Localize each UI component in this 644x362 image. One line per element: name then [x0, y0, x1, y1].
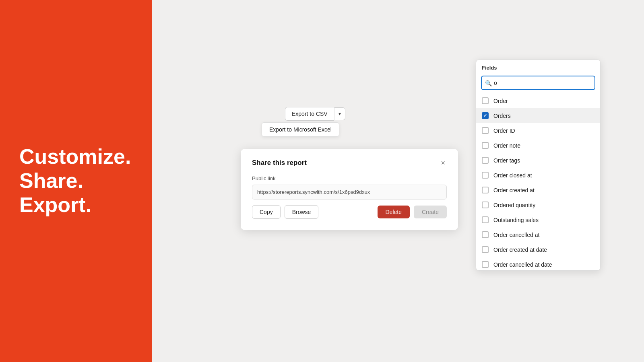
field-checkbox-order: [482, 97, 489, 104]
share-modal-header: Share this report ×: [252, 158, 447, 167]
modal-actions-right: Delete Create: [378, 206, 447, 218]
field-item-order-created-at-date[interactable]: Order created at date: [476, 242, 600, 257]
create-button[interactable]: Create: [414, 206, 447, 218]
export-csv-group: Export to CSV ▾: [285, 107, 345, 121]
share-modal: Share this report × Public link Copy Bro…: [241, 149, 458, 230]
field-label-order: Order: [493, 98, 508, 104]
browse-button[interactable]: Browse: [285, 205, 319, 219]
hero-line-2: Share.: [19, 169, 131, 193]
field-label-order-tags: Order tags: [493, 157, 520, 164]
public-link-input[interactable]: [252, 185, 447, 200]
field-item-order-closed-at[interactable]: Order closed at: [476, 168, 600, 183]
copy-button[interactable]: Copy: [252, 205, 281, 219]
field-checkbox-order-created-at: [482, 187, 489, 193]
public-link-label: Public link: [252, 175, 447, 181]
fields-list: OrderOrdersOrder IDOrder noteOrder tagsO…: [476, 93, 600, 270]
field-label-order-note: Order note: [493, 142, 520, 149]
field-label-order-cancelled-at: Order cancelled at: [493, 232, 539, 238]
field-item-order-id[interactable]: Order ID: [476, 123, 600, 138]
field-item-order-note[interactable]: Order note: [476, 138, 600, 153]
field-item-order-tags[interactable]: Order tags: [476, 153, 600, 168]
field-checkbox-orders: [482, 112, 489, 119]
left-panel: Customize. Share. Export.: [0, 0, 152, 362]
field-item-outstanding-sales[interactable]: Outstanding sales: [476, 212, 600, 227]
field-label-order-created-at: Order created at: [493, 187, 535, 193]
search-icon: 🔍: [485, 80, 492, 86]
field-checkbox-order-tags: [482, 157, 489, 164]
delete-button[interactable]: Delete: [378, 206, 410, 218]
field-label-order-created-at-date: Order created at date: [493, 247, 547, 253]
share-modal-title: Share this report: [252, 159, 307, 167]
field-checkbox-order-created-at-date: [482, 246, 489, 253]
field-label-order-id: Order ID: [493, 128, 515, 134]
field-label-order-cancelled-at-date: Order cancelled at date: [493, 261, 552, 268]
field-item-orders[interactable]: Orders: [476, 108, 600, 123]
field-label-order-closed-at: Order closed at: [493, 172, 532, 179]
field-item-ordered-quantity[interactable]: Ordered quantity: [476, 197, 600, 212]
field-label-ordered-quantity: Ordered quantity: [493, 202, 535, 208]
fields-dropdown: Fields 🔍 OrderOrdersOrder IDOrder noteOr…: [476, 60, 601, 271]
field-checkbox-order-id: [482, 127, 489, 134]
field-checkbox-order-closed-at: [482, 172, 489, 179]
close-button[interactable]: ×: [439, 158, 447, 167]
field-checkbox-order-cancelled-at: [482, 231, 489, 238]
field-item-order-created-at[interactable]: Order created at: [476, 183, 600, 197]
right-panel: Export to CSV ▾ Export to Microsoft Exce…: [152, 0, 644, 362]
field-checkbox-order-cancelled-at-date: [482, 261, 489, 268]
field-checkbox-outstanding-sales: [482, 216, 489, 223]
export-excel-item[interactable]: Export to Microsoft Excel: [262, 122, 339, 137]
fields-search-wrapper: 🔍: [476, 73, 600, 93]
export-csv-chevron-button[interactable]: ▾: [334, 107, 345, 120]
field-checkbox-ordered-quantity: [482, 202, 489, 208]
export-csv-button[interactable]: Export to CSV: [285, 107, 334, 121]
fields-search-input[interactable]: [481, 76, 595, 90]
hero-line-1: Customize.: [19, 145, 131, 169]
field-label-orders: Orders: [493, 113, 511, 119]
hero-line-3: Export.: [19, 193, 131, 217]
fields-label: Fields: [476, 60, 600, 73]
modal-actions-left: Copy Browse: [252, 205, 318, 219]
hero-text: Customize. Share. Export.: [19, 145, 131, 217]
field-label-outstanding-sales: Outstanding sales: [493, 217, 539, 223]
field-item-order[interactable]: Order: [476, 93, 600, 108]
modal-actions: Copy Browse Delete Create: [252, 205, 447, 219]
field-item-order-cancelled-at[interactable]: Order cancelled at: [476, 227, 600, 242]
field-checkbox-order-note: [482, 142, 489, 149]
field-item-order-cancelled-at-date[interactable]: Order cancelled at date: [476, 257, 600, 270]
